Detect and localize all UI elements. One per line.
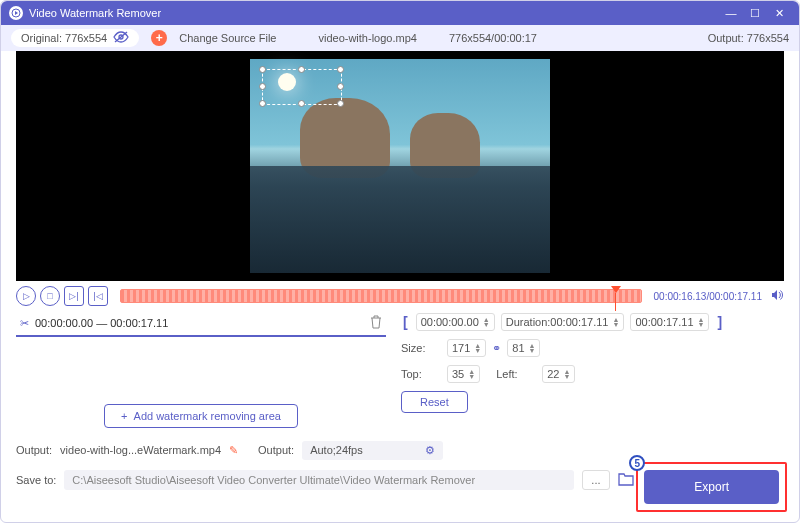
resize-handle[interactable] bbox=[259, 100, 266, 107]
volume-icon[interactable] bbox=[770, 288, 784, 304]
add-area-label: Add watermark removing area bbox=[134, 410, 281, 422]
spinner-icon[interactable]: ▲▼ bbox=[563, 369, 570, 379]
output-label: Output: bbox=[16, 444, 52, 456]
top-label: Top: bbox=[401, 368, 441, 380]
spinner-icon[interactable]: ▲▼ bbox=[529, 343, 536, 353]
titlebar: Video Watermark Remover — ☐ ✕ bbox=[1, 1, 799, 25]
browse-button[interactable]: ... bbox=[582, 470, 609, 490]
output-format-value: Auto;24fps bbox=[310, 444, 363, 456]
app-icon bbox=[9, 6, 23, 20]
scissors-icon: ✂ bbox=[20, 317, 29, 330]
segment-range: 00:00:00.00 — 00:00:17.11 bbox=[35, 317, 364, 329]
bracket-start-icon[interactable]: [ bbox=[401, 314, 410, 330]
resize-handle[interactable] bbox=[337, 83, 344, 90]
edit-filename-icon[interactable]: ✎ bbox=[229, 444, 238, 457]
resize-handle[interactable] bbox=[337, 66, 344, 73]
delete-segment-icon[interactable] bbox=[370, 315, 382, 331]
resize-handle[interactable] bbox=[298, 66, 305, 73]
output-filename: video-with-log...eWatermark.mp4 bbox=[60, 444, 221, 456]
timeline-scrubber[interactable] bbox=[120, 289, 642, 303]
resize-handle[interactable] bbox=[337, 100, 344, 107]
toolbar: Original: 776x554 + Change Source File v… bbox=[1, 25, 799, 51]
resize-handle[interactable] bbox=[298, 100, 305, 107]
spinner-icon[interactable]: ▲▼ bbox=[612, 317, 619, 327]
plus-icon: + bbox=[121, 410, 127, 422]
video-preview-area bbox=[16, 51, 784, 281]
end-time-input[interactable]: 00:00:17.11▲▼ bbox=[630, 313, 709, 331]
close-button[interactable]: ✕ bbox=[767, 7, 791, 20]
play-button[interactable]: ▷ bbox=[16, 286, 36, 306]
preview-toggle-icon[interactable] bbox=[113, 31, 129, 45]
spinner-icon[interactable]: ▲▼ bbox=[698, 317, 705, 327]
video-frame[interactable] bbox=[250, 59, 550, 273]
open-folder-icon[interactable] bbox=[618, 472, 634, 489]
link-aspect-icon[interactable]: ⚭ bbox=[492, 342, 501, 355]
duration-input[interactable]: Duration:00:00:17.11▲▼ bbox=[501, 313, 625, 331]
output-bar: Output: video-with-log...eWatermark.mp4 … bbox=[1, 436, 799, 464]
bracket-end-icon[interactable]: ] bbox=[715, 314, 724, 330]
source-filename: video-with-logo.mp4 bbox=[318, 32, 416, 44]
resize-handle[interactable] bbox=[259, 83, 266, 90]
playback-time: 00:00:16.13/00:00:17.11 bbox=[654, 291, 762, 302]
reset-button[interactable]: Reset bbox=[401, 391, 468, 413]
maximize-button[interactable]: ☐ bbox=[743, 7, 767, 20]
spinner-icon[interactable]: ▲▼ bbox=[474, 343, 481, 353]
segments-panel: ✂ 00:00:00.00 — 00:00:17.11 + Add waterm… bbox=[16, 311, 386, 436]
export-button[interactable]: Export bbox=[644, 470, 779, 504]
export-highlight: 5 Export bbox=[636, 462, 787, 512]
save-path-field[interactable]: C:\Aiseesoft Studio\Aiseesoft Video Conv… bbox=[64, 470, 574, 490]
watermark-selection-box[interactable] bbox=[262, 69, 342, 105]
properties-panel: [ 00:00:00.00▲▼ Duration:00:00:17.11▲▼ 0… bbox=[401, 311, 784, 436]
playhead-icon[interactable] bbox=[611, 286, 621, 293]
start-time-input[interactable]: 00:00:00.00▲▼ bbox=[416, 313, 495, 331]
segment-row[interactable]: ✂ 00:00:00.00 — 00:00:17.11 bbox=[16, 311, 386, 337]
output-size-label: Output: 776x554 bbox=[708, 32, 789, 44]
spinner-icon[interactable]: ▲▼ bbox=[468, 369, 475, 379]
original-size-pill: Original: 776x554 bbox=[11, 29, 139, 47]
save-to-label: Save to: bbox=[16, 474, 56, 486]
minimize-button[interactable]: — bbox=[719, 7, 743, 19]
app-title: Video Watermark Remover bbox=[29, 7, 161, 19]
original-size-label: Original: 776x554 bbox=[21, 32, 107, 44]
source-info: 776x554/00:00:17 bbox=[449, 32, 537, 44]
prev-frame-button[interactable]: ▷| bbox=[64, 286, 84, 306]
height-input[interactable]: 81▲▼ bbox=[507, 339, 540, 357]
top-input[interactable]: 35▲▼ bbox=[447, 365, 480, 383]
output-format-label: Output: bbox=[258, 444, 294, 456]
left-input[interactable]: 22▲▼ bbox=[542, 365, 575, 383]
add-watermark-area-button[interactable]: + Add watermark removing area bbox=[104, 404, 298, 428]
size-label: Size: bbox=[401, 342, 441, 354]
output-format-field[interactable]: Auto;24fps ⚙ bbox=[302, 441, 443, 460]
playback-controls: ▷ □ ▷| |◁ 00:00:16.13/00:00:17.11 bbox=[1, 281, 799, 311]
stop-button[interactable]: □ bbox=[40, 286, 60, 306]
next-frame-button[interactable]: |◁ bbox=[88, 286, 108, 306]
settings-icon[interactable]: ⚙ bbox=[425, 444, 435, 457]
step-badge: 5 bbox=[629, 455, 645, 471]
change-source-label[interactable]: Change Source File bbox=[179, 32, 276, 44]
width-input[interactable]: 171▲▼ bbox=[447, 339, 486, 357]
spinner-icon[interactable]: ▲▼ bbox=[483, 317, 490, 327]
left-label: Left: bbox=[496, 368, 536, 380]
add-source-icon[interactable]: + bbox=[151, 30, 167, 46]
resize-handle[interactable] bbox=[259, 66, 266, 73]
